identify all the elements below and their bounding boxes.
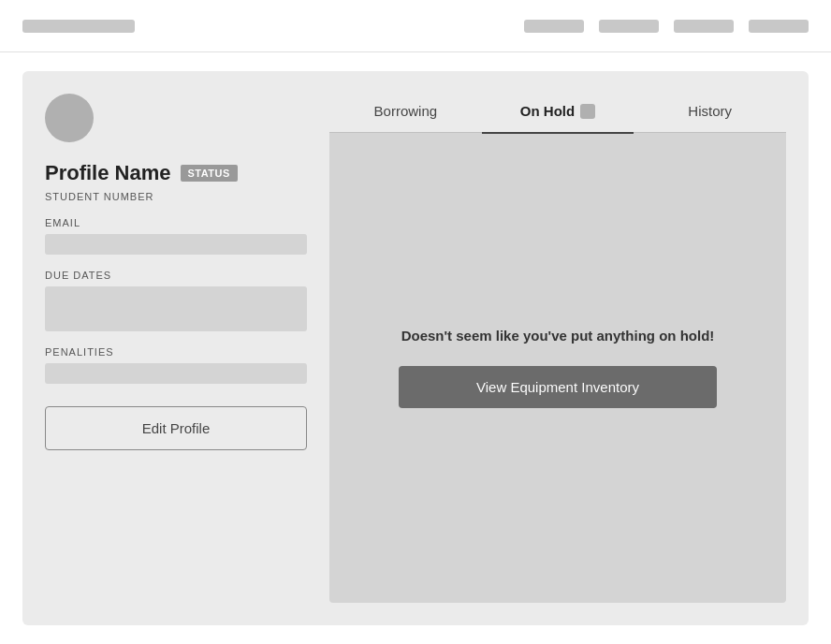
email-label: EMAIL bbox=[45, 217, 307, 228]
status-badge: STATUS bbox=[181, 165, 238, 182]
tab-history-label: History bbox=[688, 103, 732, 119]
email-section: EMAIL bbox=[45, 217, 307, 255]
due-dates-value bbox=[45, 286, 307, 331]
tab-on-hold[interactable]: On Hold bbox=[482, 94, 634, 132]
tab-borrowing[interactable]: Borrowing bbox=[329, 94, 482, 132]
profile-name: Profile Name bbox=[45, 161, 171, 185]
navbar bbox=[0, 0, 831, 52]
view-inventory-button[interactable]: View Equipment Inventory bbox=[399, 366, 717, 408]
email-value bbox=[45, 234, 307, 255]
nav-link-3[interactable] bbox=[674, 20, 734, 33]
on-hold-content: Doesn't seem like you've put anything on… bbox=[329, 133, 786, 603]
penalities-label: PENALITIES bbox=[45, 346, 307, 358]
due-dates-section: DUE DATES bbox=[45, 270, 307, 331]
nav-links bbox=[524, 20, 809, 33]
tab-on-hold-label: On Hold bbox=[520, 103, 575, 119]
left-panel: Profile Name STATUS Student Number EMAIL… bbox=[45, 94, 307, 603]
due-dates-label: DUE DATES bbox=[45, 270, 307, 281]
penalities-section: PENALITIES bbox=[45, 346, 307, 384]
student-number: Student Number bbox=[45, 191, 307, 202]
nav-link-1[interactable] bbox=[524, 20, 584, 33]
tabs: Borrowing On Hold History bbox=[329, 94, 786, 133]
tab-history[interactable]: History bbox=[634, 94, 786, 132]
nav-logo bbox=[22, 20, 135, 33]
main-container: Profile Name STATUS Student Number EMAIL… bbox=[22, 71, 809, 625]
empty-hold-message: Doesn't seem like you've put anything on… bbox=[401, 328, 715, 344]
on-hold-badge bbox=[580, 104, 595, 119]
edit-profile-button[interactable]: Edit Profile bbox=[45, 406, 307, 450]
right-panel: Borrowing On Hold History Doesn't seem l… bbox=[329, 94, 786, 603]
profile-header: Profile Name STATUS bbox=[45, 161, 307, 185]
avatar bbox=[45, 94, 94, 142]
nav-link-4[interactable] bbox=[749, 20, 809, 33]
penalities-value bbox=[45, 363, 307, 384]
nav-link-2[interactable] bbox=[599, 20, 659, 33]
tab-borrowing-label: Borrowing bbox=[374, 103, 438, 119]
